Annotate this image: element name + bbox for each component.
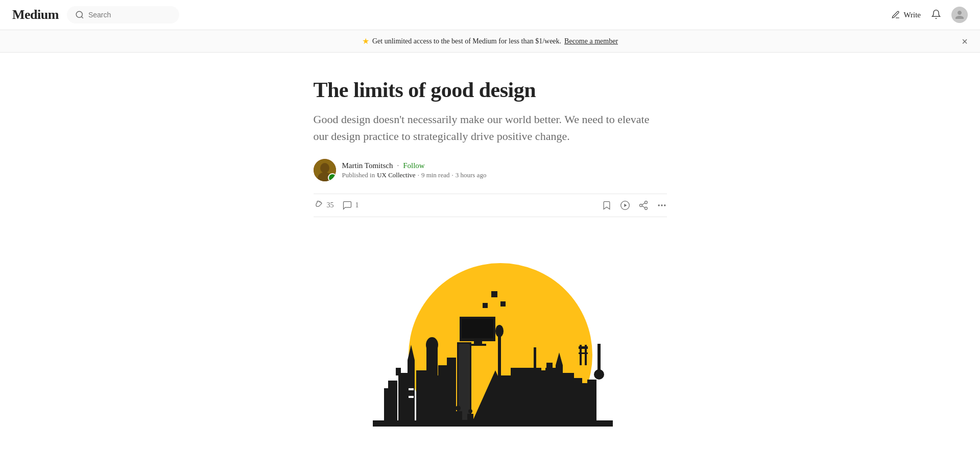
svg-rect-23	[409, 396, 414, 398]
svg-rect-36	[470, 344, 486, 346]
author-row: Martin Tomitsch · Follow Published in UX…	[314, 159, 667, 181]
svg-rect-55	[587, 380, 596, 421]
svg-point-0	[76, 11, 82, 17]
time-ago: 3 hours ago	[456, 171, 487, 179]
comment-button[interactable]: 1	[342, 200, 359, 210]
svg-point-38	[495, 325, 504, 337]
badge-icon	[330, 175, 335, 180]
bookmark-icon	[602, 200, 612, 210]
svg-rect-49	[546, 363, 553, 372]
hero-image-container	[314, 238, 667, 427]
svg-rect-26	[426, 347, 438, 421]
action-bar: 35 1	[314, 194, 667, 217]
hero-illustration	[347, 238, 633, 427]
bookmark-button[interactable]	[602, 200, 612, 210]
svg-rect-43	[522, 368, 541, 372]
svg-point-9	[644, 207, 647, 210]
svg-point-8	[639, 204, 642, 207]
article-meta: Published in UX Collective · 9 min read …	[342, 171, 487, 179]
author-info: Martin Tomitsch · Follow Published in UX…	[342, 161, 487, 179]
write-icon	[891, 10, 900, 19]
header: Medium Write	[0, 0, 980, 30]
svg-point-70	[456, 406, 461, 411]
svg-rect-28	[430, 340, 434, 350]
svg-point-7	[644, 201, 647, 204]
avatar[interactable]	[951, 7, 968, 23]
svg-rect-20	[408, 360, 415, 421]
banner-text: Get unlimited access to the best of Medi…	[372, 37, 561, 45]
svg-rect-60	[580, 345, 582, 354]
header-left: Medium	[12, 6, 179, 23]
header-right: Write	[891, 7, 968, 23]
clap-icon	[314, 200, 324, 210]
play-icon	[620, 200, 630, 210]
article-subtitle: Good design doesn't necessarily make our…	[314, 111, 667, 145]
clap-count: 35	[327, 201, 334, 209]
comment-count: 1	[355, 201, 359, 209]
svg-rect-22	[409, 388, 414, 390]
comment-icon	[342, 200, 352, 210]
banner: ★ Get unlimited access to the best of Me…	[0, 30, 980, 53]
svg-rect-53	[572, 378, 582, 421]
logo[interactable]: Medium	[12, 7, 59, 22]
author-avatar[interactable]	[314, 159, 336, 181]
search-bar[interactable]	[67, 6, 179, 23]
svg-rect-64	[597, 344, 601, 346]
follow-button[interactable]: Follow	[403, 161, 425, 170]
svg-rect-67	[500, 301, 506, 306]
banner-close-button[interactable]: ×	[962, 36, 968, 46]
article-title: The limits of good design	[314, 77, 667, 103]
svg-point-63	[594, 369, 604, 380]
author-name-row: Martin Tomitsch · Follow	[342, 161, 487, 170]
banner-content: ★ Get unlimited access to the best of Me…	[362, 36, 618, 46]
svg-rect-61	[585, 345, 587, 354]
published-in-label: Published in	[342, 171, 375, 179]
svg-rect-17	[384, 388, 391, 421]
svg-point-14	[664, 205, 665, 206]
svg-rect-34	[462, 319, 493, 338]
write-label: Write	[903, 11, 921, 19]
svg-point-4	[330, 175, 335, 180]
svg-point-12	[658, 205, 659, 206]
become-member-link[interactable]: Become a member	[564, 37, 618, 45]
svg-point-2	[320, 163, 329, 173]
svg-line-10	[642, 206, 645, 208]
svg-rect-50	[556, 365, 563, 421]
article-container: The limits of good design Good design do…	[301, 53, 679, 427]
notifications-button[interactable]	[931, 9, 941, 21]
svg-rect-69	[455, 411, 462, 420]
svg-rect-71	[467, 414, 473, 420]
publication-link[interactable]: UX Collective	[377, 171, 415, 179]
svg-point-13	[661, 205, 662, 206]
write-button[interactable]: Write	[891, 10, 921, 19]
star-icon: ★	[362, 36, 369, 46]
svg-point-72	[468, 409, 472, 413]
svg-rect-19	[396, 368, 401, 375]
listen-button[interactable]	[620, 200, 630, 210]
follow-separator: ·	[397, 161, 399, 170]
svg-rect-66	[483, 303, 488, 308]
svg-rect-29	[438, 365, 456, 421]
bell-icon	[931, 9, 941, 19]
user-icon	[954, 10, 965, 20]
svg-marker-6	[624, 204, 627, 207]
meta-dot-1: ·	[418, 171, 419, 179]
svg-rect-65	[491, 291, 497, 297]
author-badge	[328, 173, 336, 181]
svg-rect-68	[373, 420, 613, 427]
svg-rect-30	[447, 358, 456, 370]
meta-dot-2: ·	[451, 171, 453, 179]
read-time: 9 min read	[421, 171, 450, 179]
share-icon	[638, 200, 649, 210]
more-button[interactable]	[657, 200, 667, 210]
author-name[interactable]: Martin Tomitsch	[342, 161, 393, 170]
share-button[interactable]	[638, 200, 649, 210]
svg-rect-62	[597, 345, 601, 370]
svg-line-11	[642, 203, 645, 205]
clap-button[interactable]: 35	[314, 200, 334, 210]
action-bar-left: 35 1	[314, 200, 359, 210]
search-input[interactable]	[88, 11, 171, 19]
search-icon	[75, 10, 84, 19]
svg-rect-46	[529, 373, 540, 421]
action-bar-right	[602, 200, 667, 210]
